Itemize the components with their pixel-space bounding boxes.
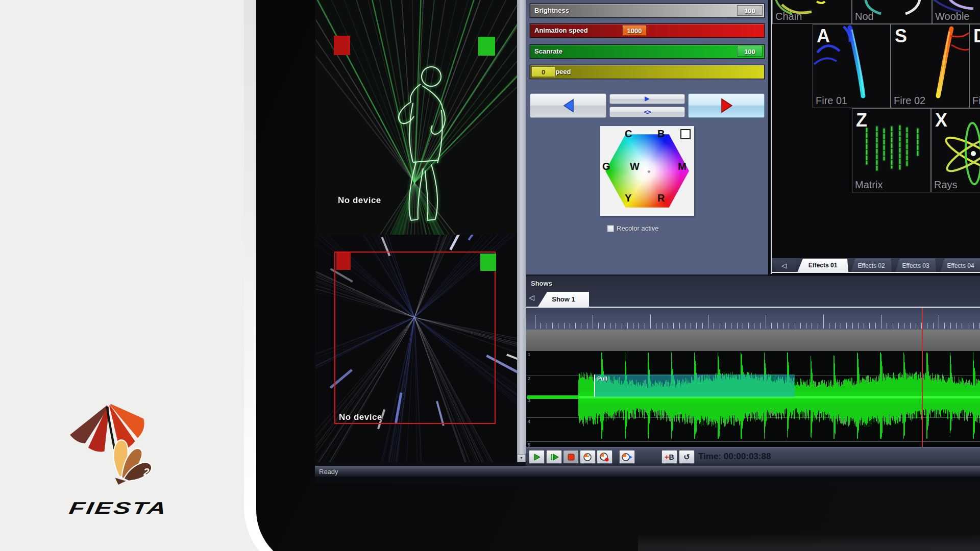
ruler-tick [754,323,754,329]
prev-effect-button[interactable] [530,93,606,118]
hex-letter-m: M [678,161,687,172]
ruler-tick [668,323,668,329]
ruler-tick [598,323,599,329]
color-lock-checkbox[interactable] [680,129,691,139]
laser-preview-2[interactable]: No device [316,235,517,462]
timeline-tracks[interactable]: 1 2 3 4 5 Pull [526,351,980,447]
shortcut-key-label: S [895,26,907,47]
tab-scroll-left-button[interactable]: ◁ [772,259,796,272]
preview-column: No device No device [316,0,517,462]
play-button[interactable] [529,450,545,464]
ruler-tick [673,323,674,329]
loop-button[interactable]: ↺ [679,450,695,464]
ruler-tick [552,323,553,329]
ruler-tick [916,323,916,329]
timeline-clip-pull[interactable]: Pull [594,374,795,397]
ruler-tick [950,323,951,329]
ruler-tick [737,323,738,329]
hex-letter-b: B [657,128,665,140]
tab-effects-03[interactable]: Effects 03 [895,259,936,272]
effect-label: Wooble [935,11,969,22]
effect-cell[interactable]: Z Matrix [852,108,931,192]
timer-next-button[interactable] [619,450,635,464]
play-from-start-button[interactable] [546,450,562,464]
brand-wordmark: FIESTA [34,498,203,518]
zone-corner-green [478,37,495,56]
ruler-tick [639,323,639,329]
playhead[interactable] [922,308,923,447]
ruler-tick [708,315,708,329]
recolor-active-checkbox[interactable] [607,225,614,232]
zone-corner-red [334,36,350,55]
timer-button[interactable] [580,450,596,464]
timer-record-button[interactable] [597,450,612,464]
ruler-tick [662,323,663,329]
recolor-active-label: Recolor active [617,224,658,232]
animation-speed-slider[interactable]: Animation speed 1000 [530,23,765,38]
arrow-left-icon [561,98,575,113]
timer-record-icon [600,453,609,462]
timeline-ruler[interactable] [526,308,980,330]
tab-show-1[interactable]: Show 1 [538,292,589,307]
ruler-tick [795,323,795,329]
effect-label: Matrix [855,179,883,191]
slider-label: Animation speed [534,27,588,34]
page: 2 FIESTA No device No device ▼ [0,0,980,551]
next-effect-button[interactable] [688,93,765,118]
timeline[interactable]: 1 2 3 4 5 Pull [526,307,980,447]
effect-cell[interactable]: D Fi [969,24,980,108]
add-bookmark-button[interactable]: +B [662,450,677,464]
effect-cell[interactable]: Wooble [932,0,980,24]
ruler-tick [558,323,558,329]
effect-cell[interactable]: S Fire 02 [891,24,969,108]
logo-badge: 2 [143,466,149,478]
effect-label: Chain [775,11,802,22]
preview-scrollbar[interactable]: ▼ [517,0,526,462]
tab-effects-01[interactable]: Effects 01 [797,259,848,272]
hex-letter-g: G [602,161,610,172]
effect-cell[interactable]: A Fire 01 [813,24,891,108]
ruler-tick [633,323,633,329]
fit-button[interactable]: <> [609,107,685,117]
ruler-tick [622,323,622,329]
projection-zone-rect[interactable] [334,252,496,424]
chevron-left-icon[interactable]: ◁ [529,293,534,302]
ruler-tick [893,323,893,329]
ruler-tick [541,323,541,329]
tab-effects-04[interactable]: Effects 04 [940,259,980,272]
ruler-tick [973,323,974,329]
ruler-tick [887,323,887,329]
ruler-tick [864,323,864,329]
status-bar: Ready [315,466,980,477]
brightness-slider[interactable]: Brightness 100 [530,4,765,18]
laser-preview-1[interactable]: No device [316,0,517,235]
ruler-tick [927,323,927,329]
ruler-tick [604,323,605,329]
shortcut-key-label: X [935,110,947,131]
ruler-tick [933,323,934,329]
ruler-tick [616,323,616,329]
status-text: Ready [319,468,338,475]
shows-panel: Shows ◁ Show 1 1 2 3 4 5 [526,276,980,466]
fade-speed-slider[interactable]: Fade speed 0 [530,65,765,79]
ruler-tick [806,323,806,329]
umbrella-icon: 2 [54,392,166,494]
color-position-marker[interactable] [647,170,651,173]
ruler-tick [829,323,829,329]
effect-cell[interactable]: Chain [772,0,852,24]
effect-cell[interactable]: X Rays [931,108,980,192]
app-screen: No device No device ▼ Brightness 100 Ani… [315,0,980,483]
ruler-tick [979,323,979,329]
hex-letter-w: W [630,161,640,172]
scanrate-slider[interactable]: Scanrate 100 [530,44,765,59]
effect-cell[interactable]: Nod [852,0,932,24]
step-forward-button[interactable] [609,94,685,104]
slider-value: 100 [737,5,763,16]
scrollbar-down-icon[interactable]: ▼ [517,454,526,462]
stop-button[interactable] [563,450,579,464]
ruler-tick [743,323,743,329]
tab-effects-02[interactable]: Effects 02 [851,259,892,272]
effect-label: Nod [855,11,874,22]
ruler-tick [679,323,680,329]
zone-corner-red [336,253,351,270]
